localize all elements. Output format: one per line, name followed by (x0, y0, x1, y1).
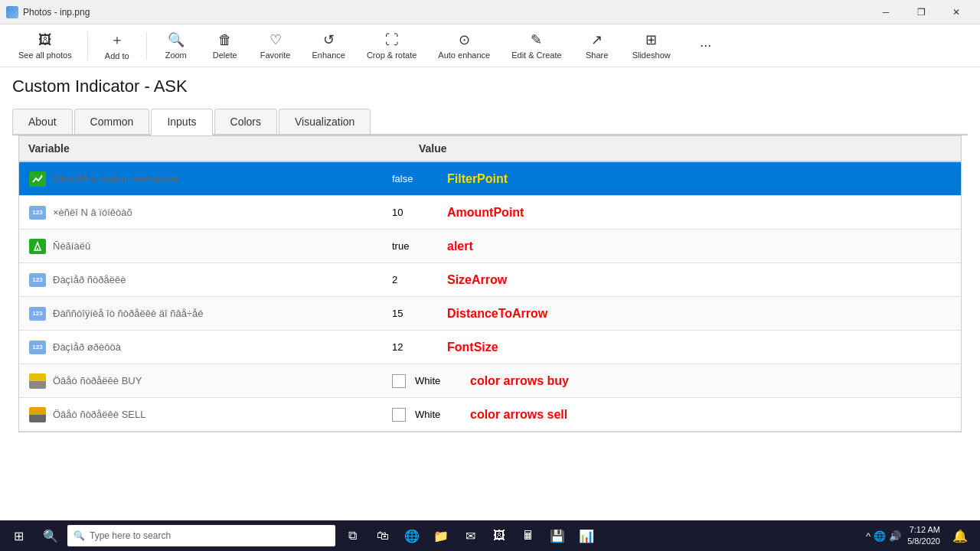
favorite-button[interactable]: ♡ Favorite (251, 27, 300, 64)
title-bar-controls: ─ ❐ ✕ (868, 0, 974, 24)
delete-icon: 🗑 (218, 32, 232, 48)
task-view-button[interactable]: ⧉ (338, 520, 366, 551)
row-value-col: 10 AmountPoint (392, 206, 952, 220)
color-swatch (392, 408, 406, 422)
row-variable: 123 Ðàññòîÿíèå îò ñòðåëêè äî ñâå÷åé (28, 305, 392, 323)
row-variable: Öâåò ñòðåëêè SELL (28, 406, 392, 424)
crop-button[interactable]: ⛶ Crop & rotate (358, 28, 426, 64)
taskbar-right: ^ 🌐 🔊 7:12 AM 5/8/2020 🔔 (866, 520, 980, 551)
slideshow-button[interactable]: ⊞ Slideshow (623, 27, 680, 64)
calculator-icon-button[interactable]: 🖩 (514, 520, 542, 551)
heart-icon: ♡ (270, 31, 282, 48)
table-row[interactable]: Öâåò ñòðåëêè SELL White color arrows sel… (19, 398, 961, 432)
search-taskbar-button[interactable]: 🔍 (37, 520, 64, 551)
taskbar-search-bar[interactable]: 🔍 Type here to search (67, 525, 335, 546)
taskbar: ⊞ 🔍 🔍 Type here to search ⧉ 🛍 🌐 📁 ✉ 🖼 🖩 … (0, 520, 980, 551)
row-value-col: White color arrows buy (392, 374, 952, 388)
clock-time: 7:12 AM (907, 524, 940, 536)
enhance-button[interactable]: ↺ Enhance (302, 27, 354, 64)
close-button[interactable]: ✕ (939, 0, 974, 24)
color-swatch (392, 374, 406, 388)
notification-icon: 🔔 (952, 529, 968, 543)
enhance-icon: ↺ (323, 31, 335, 48)
row-variable: 123 ×èñëî N â ïóíêòàõ (28, 204, 392, 222)
system-tray: ^ 🌐 🔊 (866, 530, 901, 542)
delete-button[interactable]: 🗑 Delete (202, 28, 248, 64)
minimize-button[interactable]: ─ (868, 0, 903, 24)
slideshow-icon: ⊞ (645, 31, 657, 48)
see-all-photos-button[interactable]: 🖼 See all photos (9, 28, 81, 64)
row-variable: 123 Ðàçìåð ñòðåëêè (28, 271, 392, 289)
restore-button[interactable]: ❐ (903, 0, 939, 24)
notification-button[interactable]: 🔔 (946, 520, 974, 551)
row-icon: 123 (28, 305, 47, 323)
window-title: Photos - inp.png (23, 7, 90, 18)
tab-bar: About Common Inputs Colors Visualization (12, 109, 968, 135)
table-row[interactable]: 123 Ðàçìåð ñòðåëêè 2 SizeArrow (19, 263, 961, 297)
table-header: Variable Value (19, 136, 961, 162)
row-value-col: false FilterPoint (392, 172, 952, 186)
inputs-table: Variable Value Ôèëòðð ïî ïóíêòàì âëè/âûõ… (18, 135, 962, 432)
edge-icon-button[interactable]: 🌐 (398, 520, 426, 551)
search-taskbar-icon: 🔍 (43, 529, 58, 543)
more-button[interactable]: ··· (683, 33, 729, 58)
network-icon[interactable]: 🌐 (874, 530, 886, 542)
add-icon: ＋ (110, 31, 124, 49)
column-header-value: Value (419, 142, 952, 155)
table-row[interactable]: Ôèëòðð ïî ïóíêòàì âëè/âûõëè false Filter… (19, 162, 961, 196)
share-button[interactable]: ↗ Share (574, 27, 620, 64)
photos-taskbar-button[interactable]: 🖼 (485, 520, 513, 551)
monitor-icon-button[interactable]: 📊 (573, 520, 600, 551)
row-value-col: 12 FontSize (392, 341, 952, 354)
search-icon: 🔍 (74, 530, 85, 541)
tab-colors[interactable]: Colors (214, 109, 277, 134)
app-icon (6, 6, 18, 18)
row-icon (28, 170, 47, 188)
row-variable: Öâåò ñòðåëêè BUY (28, 372, 392, 390)
table-row[interactable]: 123 ×èñëî N â ïóíêòàõ 10 AmountPoint (19, 196, 961, 230)
explorer-icon-button[interactable]: 📁 (427, 520, 455, 551)
row-variable: Ñèãíàëû (28, 237, 392, 256)
row-value-col: true alert (392, 240, 952, 253)
mail-icon-button[interactable]: ✉ (456, 520, 484, 551)
row-value-col: White color arrows sell (392, 408, 952, 422)
row-icon: 123 (28, 338, 47, 357)
windows-icon: ⊞ (14, 529, 24, 543)
toolbar-separator-2 (146, 32, 147, 60)
row-value-col: 2 SizeArrow (392, 273, 952, 287)
toolbar: 🖼 See all photos ＋ Add to 🔍 Zoom 🗑 Delet… (0, 24, 980, 67)
page-title: Custom Indicator - ASK (12, 77, 968, 96)
photos-icon: 🖼 (38, 32, 52, 48)
more-icon: ··· (700, 37, 711, 54)
tab-inputs[interactable]: Inputs (151, 109, 212, 135)
toolbar-separator-1 (87, 32, 88, 60)
clock-date: 5/8/2020 (907, 536, 940, 547)
chevron-up-icon[interactable]: ^ (866, 530, 871, 542)
main-area: Custom Indicator - ASK About Common Inpu… (0, 67, 980, 520)
tab-common[interactable]: Common (74, 109, 150, 134)
crop-icon: ⛶ (385, 32, 399, 48)
row-icon: 123 (28, 204, 47, 222)
start-button[interactable]: ⊞ (0, 520, 37, 551)
taskbar-pinned-apps: 🛍 🌐 📁 ✉ 🖼 🖩 💾 📊 (366, 520, 603, 551)
row-icon: 123 (28, 271, 47, 289)
store-icon-button[interactable]: 🛍 (369, 520, 397, 551)
title-bar-left: Photos - inp.png (6, 6, 90, 18)
zoom-button[interactable]: 🔍 Zoom (153, 27, 199, 64)
row-icon (28, 406, 47, 424)
tab-about[interactable]: About (12, 109, 73, 134)
auto-enhance-button[interactable]: ⊙ Auto enhance (429, 27, 499, 64)
add-to-button[interactable]: ＋ Add to (94, 26, 140, 65)
table-row[interactable]: 123 Ðàññòîÿíèå îò ñòðåëêè äî ñâå÷åé 15 D… (19, 297, 961, 331)
edit-create-button[interactable]: ✎ Edit & Create (502, 27, 570, 64)
table-row[interactable]: 123 Ðàçìåð øðèôòà 12 FontSize (19, 331, 961, 364)
zoom-icon: 🔍 (168, 31, 185, 48)
volume-icon[interactable]: 🔊 (889, 530, 901, 542)
system-clock[interactable]: 7:12 AM 5/8/2020 (907, 524, 940, 548)
task-view-icon: ⧉ (348, 529, 357, 543)
tab-visualization[interactable]: Visualization (279, 109, 371, 134)
table-row[interactable]: Öâåò ñòðåëêè BUY White color arrows buy (19, 364, 961, 398)
table-row[interactable]: Ñèãíàëû true alert (19, 230, 961, 263)
drive-icon-button[interactable]: 💾 (544, 520, 571, 551)
search-placeholder: Type here to search (90, 530, 329, 541)
